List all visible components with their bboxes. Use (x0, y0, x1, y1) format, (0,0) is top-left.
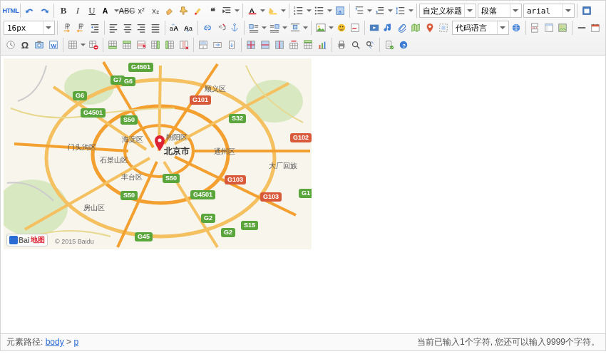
gmap-button[interactable] (423, 21, 437, 35)
lineheight-button[interactable] (394, 4, 408, 18)
time-button[interactable] (4, 38, 18, 52)
spechars-button[interactable]: Ω (18, 38, 32, 52)
link-button[interactable] (200, 21, 215, 35)
rtl-button[interactable] (73, 21, 88, 35)
code-lang-select[interactable]: 代码语言 (452, 21, 509, 35)
table-button[interactable] (66, 38, 80, 52)
eraser-button[interactable] (163, 4, 177, 18)
splitcells-button[interactable] (244, 38, 258, 52)
unordered-list-button[interactable] (312, 4, 327, 18)
quote-button[interactable]: ❝ (205, 4, 220, 18)
attachment-button[interactable] (395, 21, 409, 35)
image-center-button[interactable] (288, 21, 302, 35)
align-center-button[interactable] (120, 21, 135, 35)
video-button[interactable] (367, 21, 381, 35)
mergedown-button[interactable] (225, 38, 239, 52)
tolowercase-button[interactable]: Aa (181, 21, 195, 35)
template-button[interactable] (542, 21, 556, 35)
subscript-button[interactable]: x₂ (148, 4, 163, 18)
font-decoration-button[interactable]: A (99, 4, 113, 18)
backcolor-button[interactable] (266, 4, 280, 18)
insertrow-before-button[interactable] (120, 38, 134, 52)
font-size-select[interactable]: 16px (4, 21, 55, 35)
bold-button[interactable]: B (56, 4, 71, 18)
superscript-button[interactable]: x² (134, 4, 148, 18)
rowspacing-top-dropdown[interactable] (366, 4, 373, 18)
emotion-button[interactable] (334, 21, 349, 35)
ordered-list-button[interactable]: 123 (292, 4, 306, 18)
music-button[interactable] (381, 21, 396, 35)
chart-button[interactable] (315, 38, 329, 52)
help-button[interactable]: ? (396, 38, 411, 52)
indent-button[interactable] (220, 4, 234, 18)
align-justify-button[interactable] (148, 21, 163, 35)
hr-button[interactable] (575, 21, 589, 35)
preview-button[interactable] (349, 38, 363, 52)
anchor-button[interactable] (228, 21, 242, 35)
mergecells-button[interactable] (196, 38, 210, 52)
rowspacing-bottom-dropdown[interactable] (387, 4, 394, 18)
strikethrough-button[interactable]: ABC (120, 4, 134, 18)
background-button[interactable] (556, 21, 570, 35)
scrawl-button[interactable] (349, 21, 363, 35)
drafts-button[interactable] (382, 38, 396, 52)
path-p-link[interactable]: p (73, 337, 78, 347)
unordered-list-dropdown[interactable] (327, 4, 333, 18)
insert-image-dropdown[interactable] (328, 21, 334, 35)
image-left-button[interactable] (247, 21, 261, 35)
insertframe-button[interactable] (437, 21, 451, 35)
wordimage-button[interactable]: W (46, 38, 61, 52)
align-left-button[interactable] (106, 21, 120, 35)
snapscreen-button[interactable] (32, 38, 46, 52)
ltr-button[interactable] (60, 21, 74, 35)
font-family-select[interactable]: arial (523, 4, 575, 18)
path-body-link[interactable]: body (46, 337, 64, 347)
mergeright-button[interactable] (210, 38, 225, 52)
lineheight-dropdown[interactable] (408, 4, 414, 18)
unlink-button[interactable] (214, 21, 228, 35)
insertrow-button[interactable] (106, 38, 120, 52)
italic-button[interactable]: I (71, 4, 85, 18)
redo-button[interactable] (37, 4, 51, 18)
image-right-dropdown[interactable] (282, 21, 288, 35)
underline-button[interactable]: U (85, 4, 99, 18)
forecolor-button[interactable]: A (245, 4, 260, 18)
paragraph-select[interactable]: 段落 (478, 4, 522, 18)
rowspacing-top-button[interactable] (352, 4, 366, 18)
custom-title-select[interactable]: 自定义标题 (419, 4, 476, 18)
pagebreak-button[interactable] (528, 21, 543, 35)
print-button[interactable] (334, 38, 349, 52)
align-right-button[interactable] (135, 21, 149, 35)
forecolor-dropdown[interactable] (260, 4, 266, 18)
outdent-button[interactable] (88, 21, 102, 35)
table-dropdown[interactable] (80, 38, 86, 52)
map-button[interactable] (409, 21, 423, 35)
ordered-list-dropdown[interactable] (306, 4, 312, 18)
format-painter-button[interactable] (177, 4, 191, 18)
searchreplace-button[interactable] (363, 38, 377, 52)
deleterow-button[interactable] (134, 38, 148, 52)
deletecaption-button[interactable] (287, 38, 301, 52)
inserttitle-button[interactable] (301, 38, 315, 52)
insertcol-button[interactable] (148, 38, 163, 52)
image-center-dropdown[interactable] (302, 21, 309, 35)
selectall-button[interactable]: a (333, 4, 347, 18)
splitrows-button[interactable] (258, 38, 272, 52)
backcolor-dropdown[interactable] (280, 4, 287, 18)
insertcol-before-button[interactable] (163, 38, 177, 52)
fullscreen-button[interactable] (580, 4, 594, 18)
source-button[interactable]: HTML (4, 4, 18, 18)
webapp-button[interactable] (509, 21, 523, 35)
deletetable-button[interactable] (86, 38, 101, 52)
image-left-dropdown[interactable] (261, 21, 267, 35)
editor-content[interactable]: 北京市 顺义区 海淀区 朝阳区 通州区 门头沟区 石景山区 丰台区 房山区 大厂… (1, 56, 605, 333)
indent-dropdown[interactable] (234, 4, 240, 18)
splitcols-button[interactable] (272, 38, 287, 52)
image-right-button[interactable] (267, 21, 282, 35)
paint-button[interactable] (191, 4, 205, 18)
rowspacing-bottom-button[interactable] (373, 4, 387, 18)
deletecol-button[interactable] (177, 38, 191, 52)
date-button[interactable] (589, 21, 603, 35)
undo-button[interactable] (23, 4, 37, 18)
touppercase-button[interactable]: aA (168, 21, 182, 35)
